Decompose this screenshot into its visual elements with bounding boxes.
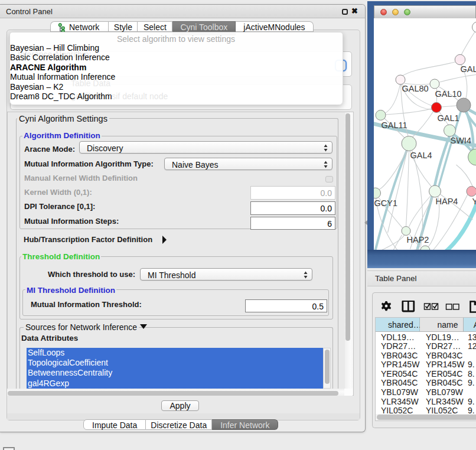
svg-text:HAP4: HAP4	[435, 197, 458, 206]
svg-text:GAL1: GAL1	[437, 113, 459, 123]
svg-text:GAL80: GAL80	[402, 84, 428, 93]
svg-text:GAL4: GAL4	[410, 151, 432, 160]
svg-text:Y: Y	[472, 197, 476, 206]
svg-text:SWI4: SWI4	[450, 136, 471, 145]
svg-text:GAL: GAL	[460, 64, 476, 74]
svg-text:GCY1: GCY1	[374, 198, 397, 208]
svg-text:GAL10: GAL10	[435, 89, 461, 99]
svg-text:GAL11: GAL11	[381, 120, 407, 130]
svg-text:HAP2: HAP2	[406, 235, 429, 244]
